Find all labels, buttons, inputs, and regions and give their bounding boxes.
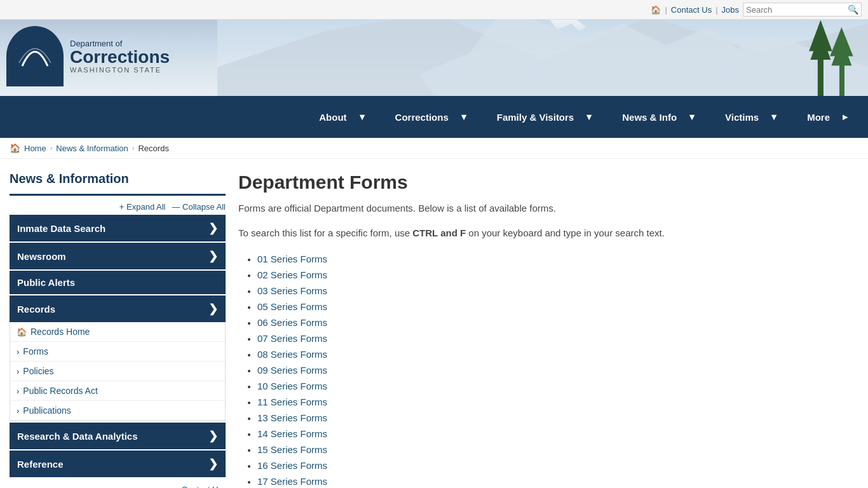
form-link[interactable]: 05 Series Forms [257,301,327,312]
nav-victims[interactable]: Victims ▾ [715,96,797,138]
main-content: Department Forms Forms are official Depa… [238,165,858,488]
search-hint: To search this list for a specific form,… [238,226,858,241]
list-item: 02 Series Forms [257,269,858,280]
accordion-public-alerts[interactable]: Public Alerts [10,271,226,294]
contact-us-sidebar-link[interactable]: Contact Us [182,485,222,488]
submenu-public-records-act[interactable]: › Public Records Act [10,381,225,401]
dept-corrections: Corrections [70,48,170,66]
search-hint-suffix: on your keyboard and type in your search… [466,227,665,238]
accordion-research: Research & Data Analytics ❯ [10,423,226,449]
page-title: Department Forms [238,172,858,193]
form-link[interactable]: 10 Series Forms [257,381,327,391]
accordion-header-reference[interactable]: Reference ❯ [10,451,226,477]
accordion-header-inmate[interactable]: Inmate Data Search ❯ [10,215,226,241]
forms-link[interactable]: Forms [23,346,48,356]
publications-link[interactable]: Publications [23,405,71,416]
records-submenu: 🏠 Records Home › Forms › Policies › Publ… [10,322,226,421]
utility-bar: 🏠 | Contact Us | Jobs 🔍 [0,0,868,20]
records-home-icon: 🏠 [17,327,27,337]
breadcrumb-sep1: › [50,144,53,152]
form-link[interactable]: 01 Series Forms [257,254,327,264]
about-arrow: ▾ [349,104,375,130]
nav-more[interactable]: More ▸ [797,96,868,138]
expand-all-link[interactable]: + Expand All [119,202,166,212]
jobs-link[interactable]: Jobs [722,5,739,15]
breadcrumb-home-link[interactable]: Home [24,144,46,153]
form-link[interactable]: 07 Series Forms [257,333,327,344]
publications-expand-icon: › [17,406,19,416]
breadcrumb-news-link[interactable]: News & Information [56,144,128,153]
accordion-label-public-alerts: Public Alerts [17,277,75,288]
news-arrow: ▾ [679,104,705,130]
breadcrumb-current: Records [138,144,168,153]
pra-expand-icon: › [17,386,19,396]
search-button[interactable]: 🔍 [848,4,858,15]
records-home-link[interactable]: Records Home [31,327,90,337]
policies-link[interactable]: Policies [23,366,53,376]
form-link[interactable]: 13 Series Forms [257,412,327,423]
submenu-records-home[interactable]: 🏠 Records Home [10,322,225,342]
logo-area: Department of Corrections WASHINGTON STA… [6,26,170,86]
nav-family-visitors[interactable]: Family & Visitors ▾ [487,96,612,138]
search-input[interactable] [746,5,848,15]
content-wrapper: News & Information + Expand All — Collap… [0,159,868,488]
search-hint-keys: CTRL and F [412,227,466,238]
submenu-forms[interactable]: › Forms [10,342,225,362]
forms-list: 01 Series Forms02 Series Forms03 Series … [238,254,858,489]
svg-point-10 [11,32,59,81]
list-item: 06 Series Forms [257,317,858,328]
list-item: 13 Series Forms [257,412,858,423]
form-link[interactable]: 17 Series Forms [257,476,327,487]
forms-expand-icon: › [17,347,19,356]
list-item: 14 Series Forms [257,428,858,439]
nav-news-info[interactable]: News & Info ▾ [612,96,715,138]
accordion-header-records[interactable]: Records ❯ [10,295,226,322]
expand-collapse-controls: + Expand All — Collapse All [10,199,226,215]
list-item: 09 Series Forms [257,365,858,376]
breadcrumb-sep2: › [132,144,135,152]
collapse-all-link[interactable]: — Collapse All [172,202,226,212]
page-description: Forms are official Department documents.… [238,203,858,214]
list-item: 17 Series Forms [257,476,858,487]
accordion-newsroom: Newsroom ❯ [10,243,226,269]
more-arrow: ▸ [832,104,858,130]
logo-text: Department of Corrections WASHINGTON STA… [70,39,170,74]
accordion-header-newsroom[interactable]: Newsroom ❯ [10,243,226,269]
sidebar-title: News & Information [10,165,226,196]
home-link[interactable]: 🏠 [651,5,661,15]
list-item: 07 Series Forms [257,333,858,344]
accordion-records: Records ❯ 🏠 Records Home › Forms › Polic… [10,295,226,421]
public-records-act-link[interactable]: Public Records Act [23,386,98,396]
submenu-policies[interactable]: › Policies [10,362,225,381]
form-link[interactable]: 14 Series Forms [257,428,327,439]
logo-circle [6,26,64,86]
accordion-arrow-newsroom: ❯ [208,249,218,263]
site-header: Department of Corrections WASHINGTON STA… [0,20,868,96]
form-link[interactable]: 08 Series Forms [257,349,327,360]
form-link[interactable]: 16 Series Forms [257,460,327,471]
list-item: 15 Series Forms [257,444,858,455]
breadcrumb: 🏠 Home › News & Information › Records [0,138,868,159]
contact-us-link[interactable]: Contact Us [671,5,712,15]
form-link[interactable]: 03 Series Forms [257,285,327,296]
accordion-label-research: Research & Data Analytics [17,431,138,442]
sidebar: News & Information + Expand All — Collap… [10,165,226,488]
form-link[interactable]: 15 Series Forms [257,444,327,455]
accordion-arrow-records: ❯ [208,302,218,316]
accordion-arrow-reference: ❯ [208,457,218,471]
form-link[interactable]: 02 Series Forms [257,269,327,280]
search-hint-prefix: To search this list for a specific form,… [238,227,412,238]
sidebar-contact: Contact Us [10,478,226,488]
accordion-header-research[interactable]: Research & Data Analytics ❯ [10,423,226,449]
form-link[interactable]: 11 Series Forms [257,396,327,407]
dept-state: WASHINGTON STATE [70,66,170,74]
accordion-inmate-data: Inmate Data Search ❯ [10,215,226,241]
form-link[interactable]: 06 Series Forms [257,317,327,328]
sep1: | [665,5,667,15]
nav-corrections[interactable]: Corrections ▾ [385,96,487,138]
submenu-publications[interactable]: › Publications [10,401,225,421]
list-item: 10 Series Forms [257,381,858,391]
nav-about[interactable]: About ▾ [309,96,384,138]
form-link[interactable]: 09 Series Forms [257,365,327,376]
family-arrow: ▾ [576,104,602,130]
